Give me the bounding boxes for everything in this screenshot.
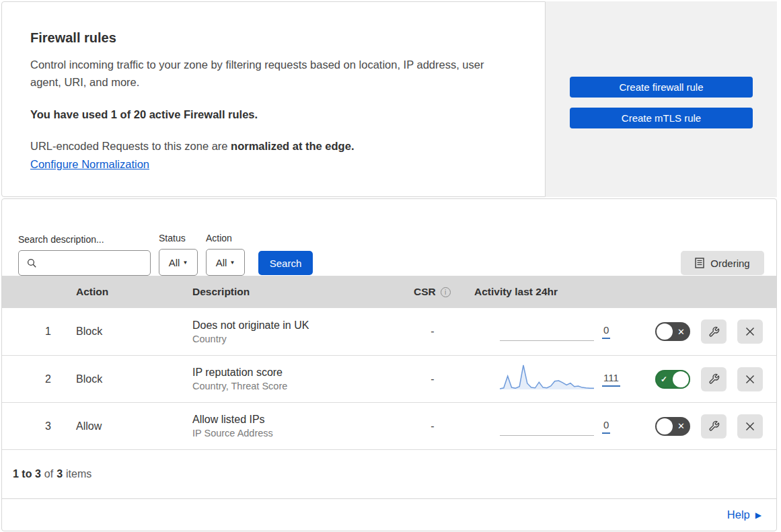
- action-filter: Action All ▼: [206, 233, 245, 276]
- search-button[interactable]: Search: [258, 251, 313, 275]
- rule-priority: 3: [2, 420, 66, 432]
- header-activity: Activity last 24hr: [466, 286, 648, 298]
- activity-sparkline: [500, 412, 594, 441]
- rule-controls: ✓ ✕: [648, 319, 776, 344]
- header-description: Description: [186, 286, 399, 298]
- table-header: Action Description CSR i Activity last 2…: [2, 276, 776, 308]
- firewall-rules-page: Firewall rules Control incoming traffic …: [0, 0, 781, 531]
- rule-match-fields: Country: [192, 334, 399, 344]
- rule-activity-cell: 0: [466, 317, 648, 346]
- ordering-label: Ordering: [710, 258, 749, 269]
- activity-flatline: [500, 340, 594, 341]
- intro-card: Firewall rules Control incoming traffic …: [1, 1, 546, 197]
- search-filter: Search description...: [18, 234, 151, 276]
- help-label: Help: [727, 508, 750, 521]
- search-box: [18, 250, 151, 276]
- status-label: Status: [159, 233, 198, 243]
- activity-count-link[interactable]: 111: [602, 372, 620, 387]
- usage-notice: You have used 1 of 20 active Firewall ru…: [30, 108, 517, 121]
- wrench-icon: [708, 420, 720, 432]
- close-icon: [745, 375, 755, 384]
- of-text: of: [44, 468, 53, 480]
- action-select[interactable]: All ▼: [206, 249, 245, 276]
- rule-priority: 1: [2, 326, 66, 338]
- rule-controls: ✓ ✕: [648, 367, 776, 391]
- rule-enabled-toggle[interactable]: ✓ ✕: [655, 322, 690, 341]
- rule-enabled-toggle[interactable]: ✓ ✕: [655, 370, 690, 389]
- pagination-summary: 1 to 3 of 3 items: [2, 449, 776, 498]
- ordering-button[interactable]: Ordering: [681, 251, 764, 275]
- rule-activity-cell: 0: [466, 412, 648, 441]
- activity-count-link[interactable]: 0: [602, 419, 610, 434]
- table-row: 3 Allow Allow listed IPs IP Source Addre…: [2, 402, 776, 449]
- create-firewall-rule-button[interactable]: Create firewall rule: [570, 77, 753, 98]
- rule-activity-cell: 111: [466, 365, 648, 394]
- rule-description: IP reputation score: [192, 367, 399, 379]
- page-description: Control incoming traffic to your zone by…: [30, 56, 517, 91]
- rule-description: Allow listed IPs: [192, 414, 399, 426]
- activity-flatline: [500, 435, 594, 436]
- x-icon: ✕: [677, 322, 685, 341]
- wrench-icon: [708, 373, 720, 385]
- activity-sparkline: [500, 365, 594, 394]
- toggle-knob: [657, 418, 673, 434]
- activity-count-link[interactable]: 0: [602, 324, 610, 339]
- delete-rule-button[interactable]: [737, 319, 763, 344]
- help-link[interactable]: Help ▶: [727, 508, 761, 521]
- table-row: 1 Block Does not originate in UK Country…: [2, 308, 776, 355]
- search-label: Search description...: [18, 234, 151, 245]
- rule-description-cell: IP reputation score Country, Threat Scor…: [186, 367, 399, 391]
- header-csr-label: CSR: [414, 286, 436, 298]
- status-filter: Status All ▼: [159, 233, 198, 276]
- rule-enabled-toggle[interactable]: ✓ ✕: [655, 417, 690, 436]
- ordering-list-icon: [695, 258, 704, 268]
- x-icon: ✕: [677, 417, 685, 436]
- close-icon: [745, 422, 755, 431]
- close-icon: [745, 327, 755, 336]
- edit-rule-button[interactable]: [701, 367, 727, 391]
- rule-match-fields: IP Source Address: [192, 428, 399, 439]
- rules-card: Search description... Status All ▼ Actio…: [1, 198, 777, 531]
- normalization-text: URL-encoded Requests to this zone are: [30, 140, 231, 152]
- items-text: items: [66, 468, 91, 480]
- toggle-knob: [673, 371, 689, 387]
- search-input[interactable]: [19, 251, 150, 275]
- chevron-down-icon: ▼: [229, 260, 235, 266]
- check-icon: ✓: [661, 370, 667, 389]
- rule-csr-value: -: [399, 420, 466, 432]
- rule-action: Allow: [66, 420, 186, 432]
- rule-controls: ✓ ✕: [648, 414, 776, 439]
- delete-rule-button[interactable]: [737, 414, 763, 439]
- status-select[interactable]: All ▼: [159, 249, 198, 276]
- action-label: Action: [206, 233, 245, 243]
- header-action: Action: [66, 286, 186, 298]
- create-mtls-rule-button[interactable]: Create mTLS rule: [570, 108, 753, 128]
- activity-sparkline: [500, 317, 594, 346]
- action-selected-value: All: [216, 257, 227, 268]
- rule-action: Block: [66, 373, 186, 385]
- table-row: 2 Block IP reputation score Country, Thr…: [2, 355, 776, 402]
- search-icon: [27, 258, 37, 268]
- help-bar: Help ▶: [2, 498, 776, 531]
- rule-csr-value: -: [399, 373, 466, 385]
- rule-match-fields: Country, Threat Score: [192, 381, 399, 391]
- rule-description-cell: Allow listed IPs IP Source Address: [186, 414, 399, 439]
- rule-description-cell: Does not originate in UK Country: [186, 319, 399, 344]
- edit-rule-button[interactable]: [701, 319, 727, 344]
- page-title: Firewall rules: [30, 30, 517, 46]
- top-section: Firewall rules Control incoming traffic …: [1, 1, 777, 197]
- actions-panel: Create firewall rule Create mTLS rule: [546, 1, 777, 197]
- rule-csr-value: -: [399, 326, 466, 338]
- filter-bar: Search description... Status All ▼ Actio…: [2, 199, 776, 276]
- normalization-bold-text: normalized at the edge.: [231, 140, 354, 152]
- info-icon[interactable]: i: [441, 287, 451, 297]
- configure-normalization-link[interactable]: Configure Normalization: [30, 158, 149, 170]
- chevron-down-icon: ▼: [182, 260, 188, 266]
- rule-action: Block: [66, 326, 186, 338]
- edit-rule-button[interactable]: [701, 414, 727, 439]
- toggle-knob: [657, 324, 673, 340]
- total-count: 3: [57, 468, 63, 480]
- wrench-icon: [708, 326, 720, 338]
- normalization-notice: URL-encoded Requests to this zone are no…: [30, 140, 517, 153]
- delete-rule-button[interactable]: [737, 367, 763, 391]
